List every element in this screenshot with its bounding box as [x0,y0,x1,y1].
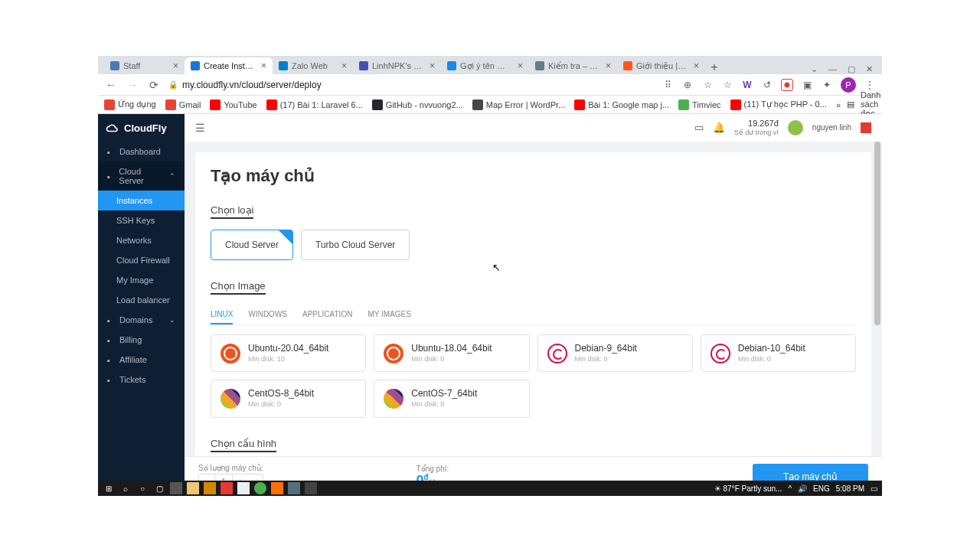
browser-tab[interactable]: Create Instance:× [185,57,273,74]
close-icon[interactable]: ✕ [866,64,873,74]
sidebar-item-tickets[interactable]: ▪Tickets [98,370,185,390]
bookmark-item[interactable]: Bài 1: Google map j... [574,99,669,110]
bookmark-favicon [165,99,176,110]
os-image-card[interactable]: Debian-9_64bit Min disk: 0 [537,334,693,372]
url-field[interactable]: 🔒 my.cloudfly.vn/cloud/server/deploy [168,80,654,90]
image-tab-application[interactable]: APPLICATION [302,305,352,324]
tab-close-icon[interactable]: × [518,60,523,71]
weather-widget[interactable]: ☀ 87°F Partly sun... [714,484,782,493]
server-type-card[interactable]: Turbo Cloud Server [301,230,410,260]
zoom-icon[interactable]: ⊕ [681,79,694,91]
sidebar-item-my-image[interactable]: My Image [98,270,185,290]
os-image-card[interactable]: Ubuntu-20.04_64bit Min disk: 10 [211,334,366,372]
tab-close-icon[interactable]: × [341,60,347,71]
docs-icon[interactable]: ▭ [694,122,704,133]
bookmark-item[interactable]: YouTube [210,99,256,110]
app-icon-5[interactable] [271,482,283,494]
start-button[interactable]: ⊞ [103,482,115,494]
cortana-icon[interactable]: ○ [136,482,149,494]
sidebar-item-load-balancer[interactable]: Load balancer [98,290,185,310]
app-icon-4[interactable] [237,482,250,494]
chevron-down-icon[interactable]: ⌄ [811,64,818,74]
reading-list-icon[interactable]: ▤ [847,99,854,109]
browser-tab[interactable]: Giới thiệu | Phan× [617,57,705,74]
os-image-card[interactable]: Debian-10_64bit Min disk: 0 [701,334,856,372]
bookmark-item[interactable]: (11) Tự học PHP - 0... [730,99,827,110]
balance-label: Số dư trong ví [734,129,779,137]
browser-tab[interactable]: LinhNPK's Blog -× [353,57,441,74]
bookmark-item[interactable]: Timviec [678,99,720,110]
back-button[interactable]: ← [104,78,118,92]
clock[interactable]: 5:08 PM [836,484,864,493]
image-tab-windows[interactable]: WINDOWS [248,305,287,324]
image-tab-my-images[interactable]: MY IMAGES [368,305,411,324]
toggle-sidebar-icon[interactable]: ☰ [195,122,205,134]
app-icon-2[interactable] [204,482,216,494]
locale-flag-icon[interactable] [861,122,871,133]
balance-display[interactable]: 19.267đ Số dư trong ví [734,119,779,137]
bookmark-item[interactable]: GitHub - nvvuong2... [372,99,463,110]
search-icon[interactable]: ⌕ [119,482,132,494]
lang-indicator[interactable]: ENG [813,484,830,493]
browser-tab[interactable]: Zalo Web× [273,57,353,74]
sidebar-item-cloud-server[interactable]: ▪Cloud Server⌃ [98,161,185,191]
app-icon-6[interactable] [288,482,300,494]
sidebar-item-billing[interactable]: ▪Billing [98,330,185,350]
explorer-icon[interactable] [187,482,199,494]
forward-button[interactable]: → [126,78,139,92]
share-icon[interactable]: ☆ [701,79,714,91]
tab-close-icon[interactable]: × [261,60,266,71]
taskview-icon[interactable]: ▢ [153,482,165,494]
menu-icon[interactable]: ⋮ [864,79,876,91]
tray-chevron-icon[interactable]: ^ [788,484,792,493]
capture-icon[interactable]: ⬢ [781,79,793,91]
extensions-icon[interactable]: ✦ [821,79,833,91]
minimize-icon[interactable]: — [828,64,837,74]
bookmark-label: Timviec [692,100,720,109]
nav-icon: ▪ [107,316,115,324]
bookmark-overflow[interactable]: » [836,100,841,109]
image-tab-linux[interactable]: LINUX [211,305,233,324]
notif-center-icon[interactable]: ▭ [871,484,877,493]
bookmark-icon[interactable]: ☆ [721,79,733,91]
browser-tab[interactable]: Kiểm tra – Tra cứ× [529,57,617,74]
volume-icon[interactable]: 🔊 [798,484,807,493]
browser-tab[interactable]: Staff× [104,57,185,74]
translate-icon[interactable]: ⠿ [662,79,674,91]
sidebar-item-domains[interactable]: ▪Domains⌄ [98,310,185,330]
os-image-card[interactable]: Ubuntu-18.04_64bit Min disk: 0 [374,334,529,372]
sidebar-item-affiliate[interactable]: ▪Affiliate [98,350,185,370]
tab-close-icon[interactable]: × [430,60,435,71]
username-label[interactable]: nguyen linh [812,123,851,132]
reload-button[interactable]: ⟳ [147,78,161,92]
bookmark-item[interactable]: Map Error | WordPr... [472,99,566,110]
browser-tab[interactable]: Gợi ý tên miền b× [441,57,529,74]
tab-close-icon[interactable]: × [173,60,178,71]
new-tab-button[interactable]: + [705,60,724,74]
user-avatar[interactable] [788,120,803,135]
sidebar-item-ssh-keys[interactable]: SSH Keys [98,210,185,230]
tab-close-icon[interactable]: × [606,60,611,71]
scrollbar-thumb[interactable] [874,142,880,325]
bookmark-item[interactable]: Ứng dụng [104,99,156,110]
bookmark-item[interactable]: Gmail [165,99,201,110]
app-icon-3[interactable] [220,482,233,494]
camera-icon[interactable]: ▣ [801,79,813,91]
bookmark-item[interactable]: (17) Bài 1: Laravel 6... [266,99,363,110]
history-icon[interactable]: ↺ [761,79,773,91]
notifications-icon[interactable]: 🔔 [713,122,725,133]
os-image-card[interactable]: CentOS-8_64bit Min disk: 0 [211,380,366,417]
app-icon-7[interactable] [305,482,317,494]
os-image-card[interactable]: CentOS-7_64bit Min disk: 0 [374,380,529,417]
brand-logo[interactable]: CloudFly [98,114,185,142]
server-type-card[interactable]: Cloud Server [211,230,293,260]
tab-close-icon[interactable]: × [694,60,699,71]
sidebar-item-instances[interactable]: Instances [98,191,185,210]
sidebar-item-cloud-firewall[interactable]: Cloud Firewall [98,250,185,270]
maximize-icon[interactable]: ▢ [848,64,855,74]
sidebar-item-networks[interactable]: Networks [98,230,185,250]
w-extension-icon[interactable]: W [741,79,753,91]
chrome-icon[interactable] [254,482,266,494]
sidebar-item-dashboard[interactable]: ▪Dashboard [98,142,185,161]
app-icon-1[interactable] [170,482,182,494]
